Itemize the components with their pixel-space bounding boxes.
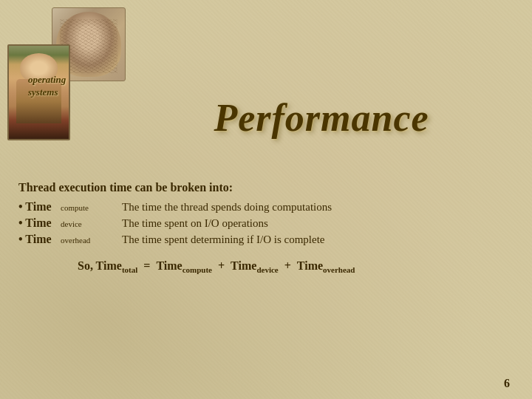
eq-prefix: So, Timetotal (78, 259, 137, 274)
page-number: 6 (504, 377, 510, 390)
performance-title: Performance (133, 96, 510, 140)
thread-execution-line: Thread execution time can be broken into… (18, 181, 514, 194)
bullet-time-overhead: • Time (18, 233, 59, 246)
bullet-time-device: • Time (18, 216, 59, 230)
slide-container: operating systems Performance Thread exe… (0, 0, 532, 399)
time-row-compute: • Time compute The time the thread spend… (18, 200, 514, 214)
os-label-line1: operating (28, 74, 66, 85)
time-sub-device: device (59, 219, 115, 228)
time-desc-compute: The time the thread spends doing computa… (122, 201, 332, 214)
eq-plus-1: + (218, 259, 225, 273)
time-desc-overhead: The time spent determining if I/O is com… (122, 233, 325, 246)
eq-time-compute: Timecompute (156, 259, 212, 274)
time-desc-device: The time spent on I/O operations (122, 217, 268, 230)
main-content: Thread execution time can be broken into… (18, 181, 514, 274)
eq-plus-2: + (284, 259, 291, 273)
time-row-device: • Time device The time spent on I/O oper… (18, 216, 514, 230)
time-row-overhead: • Time overhead The time spent determini… (18, 233, 514, 246)
time-sub-overhead: overhead (59, 236, 115, 245)
time-sub-compute: compute (59, 203, 115, 212)
eq-time-device: Timedevice (231, 259, 279, 274)
time-rows: • Time compute The time the thread spend… (18, 200, 514, 246)
eq-equals: = (140, 259, 153, 273)
eq-time-overhead: Timeoverhead (297, 259, 355, 274)
os-label: operating systems (28, 74, 66, 99)
os-label-line2: systems (28, 86, 58, 98)
equation-row: So, Timetotal = Timecompute + Timedevice… (78, 259, 514, 274)
top-images (7, 7, 126, 140)
bullet-time-compute: • Time (18, 200, 59, 214)
